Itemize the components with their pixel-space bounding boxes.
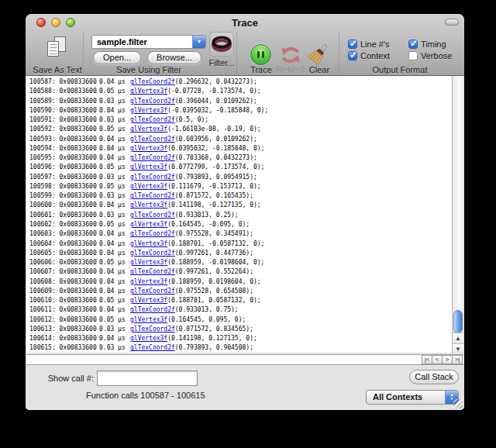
- function-link[interactable]: glTexCoord2f: [130, 98, 175, 105]
- trace-call-row: 100615: 0x008336000.03 µsglTexCoord2f(0.…: [29, 343, 452, 353]
- trace-call-row: 100598: 0x008336000.05 µsglVertex3f(0.11…: [29, 182, 452, 191]
- function-link[interactable]: glTexCoord2f: [130, 136, 175, 143]
- call-duration: 0.04 µs: [99, 78, 126, 87]
- function-link[interactable]: glVertex3f: [130, 126, 167, 133]
- function-link[interactable]: glVertex3f: [130, 297, 167, 304]
- function-args: (0.975528, 0.654508);: [175, 288, 253, 295]
- toolbar-toggle-pill[interactable]: [445, 19, 459, 26]
- function-link[interactable]: glTexCoord2f: [130, 344, 175, 351]
- trace-call-row: 100611: 0x008336000.04 µsglTexCoord2f(0.…: [29, 305, 452, 315]
- function-args: (-0.0395032, -0.185848, 0);: [167, 107, 268, 114]
- filter-label[interactable]: Filter...: [202, 58, 241, 68]
- checkbox-icon[interactable]: [408, 51, 418, 60]
- call-duration: 0.04 µs: [99, 267, 126, 277]
- function-link[interactable]: glVertex3f: [130, 107, 167, 114]
- function-args: (0.0395032, -0.185848, 0);: [167, 145, 264, 152]
- vertical-scrollbar[interactable]: ▲ ▼: [452, 76, 463, 354]
- trace-call-row: 100600: 0x008336000.04 µsglVertex3f(0.14…: [29, 201, 452, 210]
- scroll-down-icon[interactable]: ▼: [453, 343, 463, 354]
- checkbox-context[interactable]: Context: [348, 51, 390, 60]
- function-link[interactable]: glVertex3f: [130, 240, 167, 247]
- call-duration: 0.05 µs: [99, 125, 126, 134]
- trace-call-row: 100587: 0x008336000.04 µsglTexCoord2f(0.…: [29, 78, 452, 87]
- function-args: (0.396044, 0.0109262);: [175, 98, 257, 105]
- function-link[interactable]: glTexCoord2f: [130, 78, 175, 85]
- save-as-text-icon[interactable]: [46, 36, 67, 58]
- clear-button-label[interactable]: Clear: [298, 65, 341, 75]
- function-link[interactable]: glVertex3f: [130, 335, 167, 342]
- function-args: (0.603956, 0.0109262);: [175, 136, 257, 143]
- checkbox-timing[interactable]: Timing: [408, 40, 446, 49]
- prev-page-button[interactable]: <: [432, 355, 443, 364]
- function-link[interactable]: glVertex3f: [130, 278, 167, 285]
- first-page-button[interactable]: |<: [422, 355, 432, 364]
- call-number-address: 100594: 0x00833600: [29, 144, 99, 153]
- function-link[interactable]: glVertex3f: [130, 259, 167, 266]
- function-args: (0.188959, -0.0198604, 0);: [167, 259, 264, 266]
- function-link[interactable]: glTexCoord2f: [130, 306, 175, 313]
- scroll-up-icon[interactable]: ▲: [453, 333, 463, 343]
- call-duration: 0.04 µs: [99, 287, 126, 296]
- function-call-range: Function calls 100587 - 100615: [86, 391, 205, 400]
- call-duration: 0.04 µs: [99, 135, 126, 144]
- resize-grip[interactable]: [453, 399, 463, 408]
- function-link[interactable]: glVertex3f: [130, 316, 167, 323]
- call-duration: 0.04 µs: [99, 277, 126, 287]
- function-link[interactable]: glVertex3f: [130, 145, 167, 152]
- checkbox-icon[interactable]: [348, 40, 357, 49]
- function-link[interactable]: glVertex3f: [130, 88, 167, 95]
- trace-call-list[interactable]: 100587: 0x008336000.04 µsglTexCoord2f(0.…: [26, 76, 452, 353]
- function-args: (0.164545, -0.095, 0);: [167, 221, 250, 228]
- function-link[interactable]: glTexCoord2f: [130, 326, 175, 333]
- chevron-down-icon[interactable]: ▼: [192, 36, 205, 48]
- checkbox-icon[interactable]: [408, 40, 418, 49]
- scrollbar-thumb[interactable]: [453, 310, 463, 333]
- function-link[interactable]: glVertex3f: [130, 183, 167, 190]
- function-args: (0.975528, 0.345491);: [175, 230, 253, 237]
- checkbox-line-numbers[interactable]: Line #'s: [348, 40, 390, 49]
- function-link[interactable]: glTexCoord2f: [130, 174, 175, 181]
- function-link[interactable]: glTexCoord2f: [130, 116, 175, 123]
- call-stack-button[interactable]: Call Stack: [409, 370, 459, 384]
- checkbox-label: Context: [360, 51, 390, 60]
- desktop-background: Trace Save As Text sample.filter ▼ Open.…: [0, 0, 496, 448]
- footer-panel: Show call #: Call Stack Function calls 1…: [26, 364, 464, 410]
- function-link[interactable]: glTexCoord2f: [130, 288, 175, 295]
- next-page-button[interactable]: >: [442, 355, 453, 364]
- toolbar-separator: [236, 33, 237, 73]
- contexts-popup[interactable]: All Contexts ▲▼: [366, 390, 459, 405]
- function-link[interactable]: glVertex3f: [130, 202, 167, 208]
- checkbox-icon[interactable]: [348, 51, 357, 60]
- trace-pause-icon[interactable]: [250, 44, 271, 65]
- filter-file-combobox[interactable]: sample.filter ▼: [91, 35, 206, 49]
- function-link[interactable]: glTexCoord2f: [130, 154, 175, 161]
- function-link[interactable]: glTexCoord2f: [130, 212, 175, 219]
- function-link[interactable]: glVertex3f: [130, 164, 167, 171]
- trace-call-row: 100588: 0x008336000.05 µsglVertex3f(-0.0…: [29, 87, 452, 96]
- function-link[interactable]: glTexCoord2f: [130, 268, 175, 275]
- save-as-text-label[interactable]: Save As Text: [27, 65, 88, 75]
- function-args: (-1.66103e-08, -0.19, 0);: [167, 126, 260, 133]
- function-args: (0.933013, 0.25);: [175, 212, 239, 219]
- call-number-address: 100591: 0x00833600: [29, 115, 99, 125]
- call-duration: 0.05 µs: [99, 163, 126, 172]
- call-duration: 0.04 µs: [99, 201, 126, 210]
- trace-call-row: 100599: 0x008336000.03 µsglTexCoord2f(0.…: [29, 191, 452, 201]
- trace-call-row: 100591: 0x008336000.03 µsglTexCoord2f(0.…: [29, 115, 452, 125]
- filter-ring-icon[interactable]: [209, 32, 234, 57]
- open-button[interactable]: Open...: [93, 51, 141, 64]
- trace-call-row: 100603: 0x008336000.04 µsglTexCoord2f(0.…: [29, 229, 452, 239]
- show-call-input[interactable]: [97, 370, 198, 386]
- browse-button[interactable]: Browse...: [147, 51, 202, 64]
- function-link[interactable]: glTexCoord2f: [130, 192, 175, 199]
- trace-call-row: 100590: 0x008336000.04 µsglVertex3f(-0.0…: [29, 106, 452, 115]
- trace-call-row: 100608: 0x008336000.04 µsglVertex3f(0.18…: [29, 277, 452, 287]
- function-args: (0.141198, -0.127135, 0);: [167, 202, 260, 208]
- function-link[interactable]: glVertex3f: [130, 221, 167, 228]
- function-link[interactable]: glTexCoord2f: [130, 250, 175, 257]
- last-page-button[interactable]: >|: [452, 355, 463, 364]
- save-using-filter-group-label: Save Using Filter: [91, 65, 207, 75]
- checkbox-verbose[interactable]: Verbose: [408, 51, 452, 60]
- trace-call-row: 100602: 0x008336000.05 µsglVertex3f(0.16…: [29, 220, 452, 229]
- function-link[interactable]: glTexCoord2f: [130, 230, 175, 237]
